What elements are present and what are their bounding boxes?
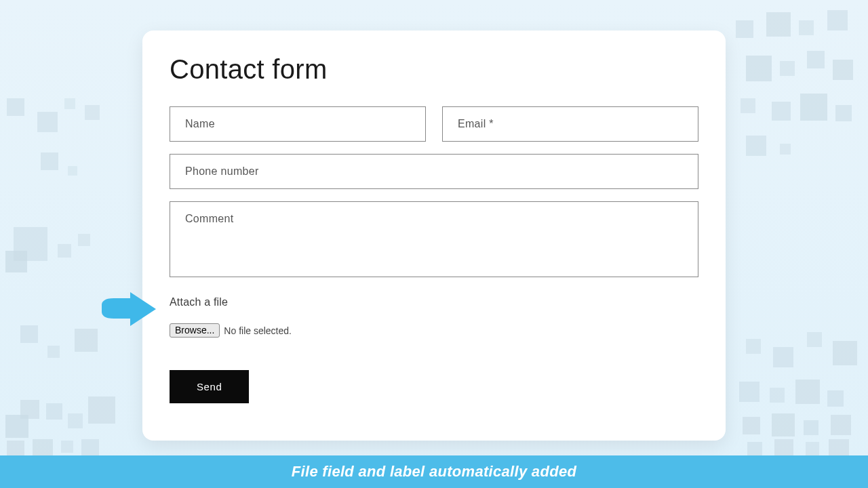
phone-input[interactable]: Phone number	[170, 154, 698, 189]
form-title: Contact form	[170, 54, 698, 85]
file-status-text: No file selected.	[224, 325, 292, 336]
comment-textarea[interactable]: Comment	[170, 201, 698, 277]
browse-button[interactable]: Browse...	[170, 323, 220, 338]
file-input-row: Browse... No file selected.	[170, 323, 698, 338]
caption-text: File field and label automatically added	[292, 463, 576, 481]
callout-arrow-icon	[100, 291, 161, 336]
attach-file-label: Attach a file	[170, 296, 698, 308]
email-input[interactable]: Email *	[442, 106, 698, 142]
name-input[interactable]: Name	[170, 106, 426, 142]
contact-form-card: Contact form Name Email * Phone number C…	[142, 30, 726, 441]
caption-bar: File field and label automatically added	[0, 455, 868, 488]
send-button[interactable]: Send	[170, 370, 249, 403]
